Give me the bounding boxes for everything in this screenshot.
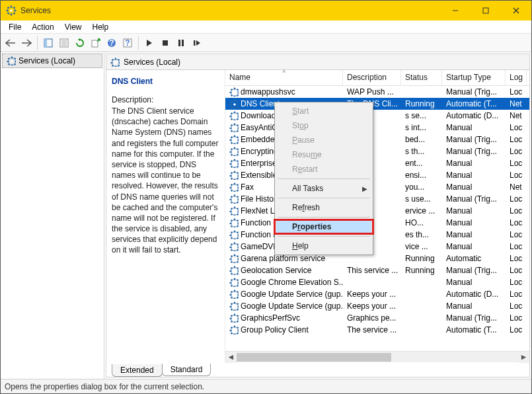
services-window: Services File Action View Help ? ? Servi… bbox=[0, 0, 532, 394]
ctx-start[interactable]: Start bbox=[276, 104, 371, 118]
cell-logon: Loc bbox=[506, 325, 527, 335]
ctx-refresh[interactable]: Refresh bbox=[276, 200, 371, 215]
cell-startup: Automatic bbox=[442, 254, 506, 263]
restart-service-button[interactable] bbox=[190, 36, 204, 50]
forward-button[interactable] bbox=[19, 36, 34, 50]
scroll-thumb[interactable] bbox=[237, 353, 391, 362]
service-row[interactable]: DNS ClientThe DNS Cli...RunningAutomatic… bbox=[225, 98, 529, 110]
column-status[interactable]: Status bbox=[401, 70, 442, 85]
gear-icon bbox=[229, 159, 239, 168]
menu-help[interactable]: Help bbox=[87, 21, 114, 33]
menu-action[interactable]: Action bbox=[26, 21, 59, 33]
service-row[interactable]: Extensible ensi...ManualLoc bbox=[225, 169, 529, 181]
column-name[interactable]: Name^ bbox=[225, 70, 343, 85]
cell-startup: Manual bbox=[442, 206, 506, 216]
cell-logon: Loc bbox=[506, 242, 527, 251]
gear-icon bbox=[229, 242, 239, 251]
gear-icon bbox=[229, 313, 239, 323]
cell-logon: Loc bbox=[506, 87, 527, 97]
service-row[interactable]: dmwappushsvcWAP Push ...Manual (Trig...L… bbox=[225, 86, 529, 98]
cell-status: bed... bbox=[401, 135, 442, 144]
cell-startup: Manual bbox=[442, 301, 506, 311]
cell-name: GraphicsPerfSvc bbox=[225, 313, 343, 323]
gear-icon bbox=[7, 56, 16, 65]
close-button[interactable] bbox=[501, 1, 531, 20]
gear-icon bbox=[110, 58, 120, 67]
service-row[interactable]: Garena platform serviceRunningAutomaticL… bbox=[225, 253, 529, 264]
start-service-button[interactable] bbox=[142, 36, 157, 50]
service-row[interactable]: Downloades se...Automatic (D...Net bbox=[225, 110, 529, 122]
help-toolbar-button[interactable]: ? bbox=[104, 36, 119, 50]
ctx-help[interactable]: Help bbox=[276, 239, 371, 253]
service-row[interactable]: Google Chrome Elevation S...ManualLoc bbox=[225, 276, 529, 288]
back-button[interactable] bbox=[3, 36, 18, 50]
service-row[interactable]: Geolocation ServiceThis service ...Runni… bbox=[225, 264, 529, 276]
refresh-button[interactable] bbox=[73, 36, 87, 50]
ctx-all-tasks[interactable]: All Tasks▶ bbox=[276, 181, 371, 196]
cell-description: Keeps your ... bbox=[343, 301, 401, 311]
ctx-resume[interactable]: Resume bbox=[276, 147, 371, 162]
service-row[interactable]: Group Policy ClientThe service ...Automa… bbox=[225, 324, 529, 336]
cell-name: Geolocation Service bbox=[225, 266, 343, 275]
horizontal-scrollbar[interactable]: ◄ ► bbox=[225, 351, 529, 362]
scroll-right-button[interactable]: ► bbox=[518, 352, 529, 363]
svg-rect-25 bbox=[163, 40, 168, 46]
column-startup-type[interactable]: Startup Type bbox=[442, 70, 506, 85]
cell-logon: Loc bbox=[506, 218, 527, 227]
right-header: Services (Local) bbox=[106, 54, 529, 70]
service-row[interactable]: Function Bes th...ManualLoc bbox=[225, 229, 529, 241]
tree-pane[interactable]: Services (Local) bbox=[1, 52, 104, 379]
ctx-pause[interactable]: Pause bbox=[276, 133, 371, 147]
ctx-restart[interactable]: Restart bbox=[276, 162, 371, 177]
service-row[interactable]: GraphicsPerfSvcGraphics pe...Manual (Tri… bbox=[225, 312, 529, 324]
stop-service-button[interactable] bbox=[158, 36, 172, 50]
services-list: Name^ Description Status Startup Type Lo… bbox=[225, 70, 529, 362]
cell-status: you... bbox=[401, 182, 442, 192]
column-description[interactable]: Description bbox=[343, 70, 401, 85]
help2-toolbar-button[interactable]: ? bbox=[120, 36, 135, 50]
cell-description: Keeps your ... bbox=[343, 290, 401, 299]
toolbar-separator bbox=[37, 36, 38, 50]
service-row[interactable]: Function BHO...ManualLoc bbox=[225, 217, 529, 229]
show-hide-tree-button[interactable] bbox=[41, 36, 56, 50]
menubar: File Action View Help bbox=[1, 20, 531, 34]
service-row[interactable]: GameDVR vice ...ManualLoc bbox=[225, 241, 529, 253]
service-row[interactable]: FlexNet Licervice ...ManualLoc bbox=[225, 205, 529, 217]
pause-service-button[interactable] bbox=[174, 36, 188, 50]
service-row[interactable]: EasyAntiChs int...ManualLoc bbox=[225, 122, 529, 134]
menu-file[interactable]: File bbox=[3, 21, 26, 33]
tree-node-services-local[interactable]: Services (Local) bbox=[2, 54, 102, 68]
service-row[interactable]: Faxyou...ManualNet bbox=[225, 181, 529, 193]
menu-view[interactable]: View bbox=[59, 21, 87, 33]
maximize-button[interactable] bbox=[471, 1, 501, 20]
ctx-stop[interactable]: Stop bbox=[276, 118, 371, 133]
gear-icon bbox=[229, 171, 239, 180]
service-rows[interactable]: dmwappushsvcWAP Push ...Manual (Trig...L… bbox=[225, 86, 529, 351]
cell-startup: Manual (Trig... bbox=[442, 87, 506, 97]
gear-icon bbox=[229, 87, 239, 97]
minimize-button[interactable] bbox=[440, 1, 471, 20]
scroll-left-button[interactable]: ◄ bbox=[225, 352, 237, 363]
svg-rect-11 bbox=[483, 8, 488, 13]
scroll-track[interactable] bbox=[237, 352, 518, 363]
column-log-on-as[interactable]: Log bbox=[506, 70, 527, 85]
cell-startup: Manual (Trig... bbox=[442, 313, 506, 323]
toolbar-separator bbox=[138, 36, 139, 50]
ctx-separator bbox=[278, 217, 370, 217]
tab-standard[interactable]: Standard bbox=[162, 364, 211, 376]
service-row[interactable]: Embeddedbed...Manual (Trig...Loc bbox=[225, 134, 529, 145]
gear-icon bbox=[229, 301, 239, 311]
ctx-properties[interactable]: Properties bbox=[276, 219, 371, 234]
service-row[interactable]: Google Update Service (gup...Keeps your … bbox=[225, 288, 529, 300]
service-row[interactable]: Google Update Service (gup...Keeps your … bbox=[225, 300, 529, 312]
properties-toolbar-button[interactable] bbox=[57, 36, 71, 50]
tab-extended[interactable]: Extended bbox=[112, 364, 163, 377]
export-list-button[interactable] bbox=[89, 36, 103, 50]
cell-status: ervice ... bbox=[401, 206, 442, 216]
right-body: DNS Client Description: The DNS Client s… bbox=[106, 70, 529, 362]
titlebar[interactable]: Services bbox=[1, 1, 531, 20]
service-row[interactable]: Encryptings th...Manual (Trig...Loc bbox=[225, 145, 529, 157]
ctx-separator bbox=[278, 236, 370, 237]
service-row[interactable]: File Historys use...Manual (Trig...Loc bbox=[225, 193, 529, 205]
service-row[interactable]: Enterprise ent...ManualLoc bbox=[225, 157, 529, 169]
